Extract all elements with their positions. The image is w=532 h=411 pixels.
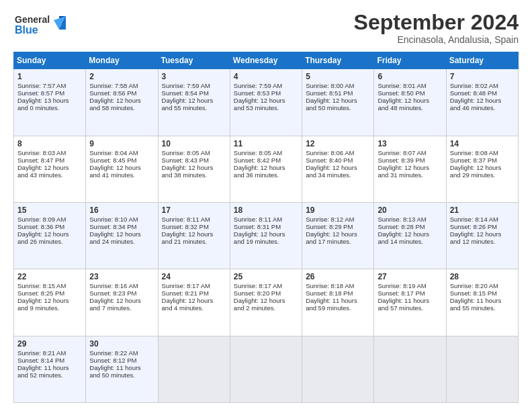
day-info: Sunrise: 8:21 AM <box>17 349 82 357</box>
day-info: Sunrise: 8:05 AM <box>234 149 298 156</box>
day-info: Sunrise: 8:22 AM <box>89 349 154 357</box>
table-row <box>302 336 374 402</box>
day-info: Sunset: 8:37 PM <box>450 156 515 164</box>
day-info: Daylight: 12 hours <box>378 97 442 104</box>
day-info: Daylight: 12 hours <box>306 97 370 104</box>
header-friday: Friday <box>374 52 446 69</box>
table-row: 19Sunrise: 8:12 AMSunset: 8:29 PMDayligh… <box>302 202 374 269</box>
day-number: 26 <box>306 272 370 281</box>
day-info: and 55 minutes. <box>450 304 515 312</box>
day-info: Sunset: 8:28 PM <box>378 223 442 230</box>
day-number: 16 <box>89 205 154 215</box>
calendar-week-row: 15Sunrise: 8:09 AMSunset: 8:36 PMDayligh… <box>14 202 519 269</box>
day-info: Daylight: 12 hours <box>162 230 226 238</box>
day-number: 8 <box>17 139 82 148</box>
header-thursday: Thursday <box>302 52 374 69</box>
day-info: Sunset: 8:40 PM <box>306 156 370 164</box>
day-info: Sunrise: 8:14 AM <box>450 216 515 223</box>
table-row: 6Sunrise: 8:01 AMSunset: 8:50 PMDaylight… <box>374 69 446 136</box>
day-info: and 31 minutes. <box>378 171 442 179</box>
day-info: and 46 minutes. <box>450 104 515 111</box>
day-info: Sunset: 8:23 PM <box>89 289 154 297</box>
table-row: 24Sunrise: 8:17 AMSunset: 8:21 PMDayligh… <box>158 269 230 336</box>
table-row: 17Sunrise: 8:11 AMSunset: 8:32 PMDayligh… <box>158 202 230 269</box>
day-number: 20 <box>378 205 442 215</box>
day-info: Daylight: 12 hours <box>89 230 154 238</box>
logo: General Blue <box>13 11 74 42</box>
day-info: Daylight: 12 hours <box>234 230 298 238</box>
day-info: Sunset: 8:21 PM <box>162 289 226 297</box>
calendar-week-row: 22Sunrise: 8:15 AMSunset: 8:25 PMDayligh… <box>14 269 519 336</box>
table-row: 15Sunrise: 8:09 AMSunset: 8:36 PMDayligh… <box>14 202 86 269</box>
day-info: Sunset: 8:32 PM <box>162 223 226 230</box>
svg-text:General: General <box>15 14 50 25</box>
header-monday: Monday <box>86 52 158 69</box>
day-info: Daylight: 13 hours <box>17 97 82 104</box>
day-info: Sunrise: 7:57 AM <box>17 82 82 89</box>
table-row: 28Sunrise: 8:20 AMSunset: 8:15 PMDayligh… <box>446 269 518 336</box>
day-info: Sunset: 8:56 PM <box>89 89 154 97</box>
day-number: 10 <box>162 139 226 148</box>
table-row: 30Sunrise: 8:22 AMSunset: 8:12 PMDayligh… <box>86 336 158 402</box>
day-info: Sunset: 8:17 PM <box>378 289 442 297</box>
day-number: 3 <box>162 72 226 81</box>
svg-text:Blue: Blue <box>15 24 38 36</box>
day-number: 9 <box>89 139 154 148</box>
day-number: 4 <box>234 72 298 81</box>
calendar-week-row: 1Sunrise: 7:57 AMSunset: 8:57 PMDaylight… <box>14 69 519 136</box>
day-info: Sunset: 8:45 PM <box>89 156 154 164</box>
day-info: Sunset: 8:51 PM <box>306 89 370 97</box>
day-info: Sunset: 8:29 PM <box>306 223 370 230</box>
day-info: Sunrise: 8:02 AM <box>450 82 515 89</box>
day-number: 24 <box>162 272 226 281</box>
day-info: Sunrise: 8:09 AM <box>17 216 82 223</box>
table-row: 29Sunrise: 8:21 AMSunset: 8:14 PMDayligh… <box>14 336 86 402</box>
day-number: 2 <box>89 72 154 81</box>
table-row: 26Sunrise: 8:18 AMSunset: 8:18 PMDayligh… <box>302 269 374 336</box>
day-info: Daylight: 12 hours <box>378 164 442 171</box>
day-number: 22 <box>17 272 82 281</box>
day-info: and 19 minutes. <box>234 238 298 245</box>
day-info: Sunrise: 8:11 AM <box>234 216 298 223</box>
day-info: and 12 minutes. <box>450 238 515 245</box>
header-saturday: Saturday <box>446 52 518 69</box>
day-info: and 53 minutes. <box>234 104 298 111</box>
day-info: Daylight: 11 hours <box>306 297 370 304</box>
day-info: and 17 minutes. <box>306 238 370 245</box>
day-info: Sunset: 8:14 PM <box>17 357 82 364</box>
title-block: September 2024 Encinasola, Andalusia, Sp… <box>354 11 519 45</box>
table-row: 23Sunrise: 8:16 AMSunset: 8:23 PMDayligh… <box>86 269 158 336</box>
day-info: Sunset: 8:12 PM <box>89 357 154 364</box>
table-row <box>230 336 302 402</box>
header-tuesday: Tuesday <box>158 52 230 69</box>
day-number: 12 <box>306 139 370 148</box>
calendar-week-row: 29Sunrise: 8:21 AMSunset: 8:14 PMDayligh… <box>14 336 519 402</box>
day-info: and 38 minutes. <box>162 171 226 179</box>
day-number: 1 <box>17 72 82 81</box>
day-number: 13 <box>378 139 442 148</box>
day-info: Sunrise: 8:19 AM <box>378 282 442 289</box>
day-info: Sunset: 8:57 PM <box>17 89 82 97</box>
day-info: Sunrise: 7:59 AM <box>234 82 298 89</box>
day-number: 6 <box>378 72 442 81</box>
day-info: Sunrise: 8:13 AM <box>378 216 442 223</box>
day-info: and 48 minutes. <box>378 104 442 111</box>
day-number: 25 <box>234 272 298 281</box>
header-sunday: Sunday <box>14 52 86 69</box>
day-info: and 34 minutes. <box>306 171 370 179</box>
table-row: 4Sunrise: 7:59 AMSunset: 8:53 PMDaylight… <box>230 69 302 136</box>
day-info: Daylight: 12 hours <box>89 97 154 104</box>
day-info: Daylight: 12 hours <box>306 230 370 238</box>
day-number: 19 <box>306 205 370 215</box>
day-info: Sunrise: 8:10 AM <box>89 216 154 223</box>
day-info: and 50 minutes. <box>306 104 370 111</box>
day-info: Daylight: 12 hours <box>162 164 226 171</box>
day-info: Daylight: 12 hours <box>234 164 298 171</box>
day-info: Sunset: 8:43 PM <box>162 156 226 164</box>
day-info: Sunset: 8:20 PM <box>234 289 298 297</box>
day-info: Daylight: 12 hours <box>17 230 82 238</box>
day-info: Daylight: 11 hours <box>89 364 154 371</box>
day-info: Daylight: 11 hours <box>450 297 515 304</box>
day-info: Sunrise: 7:59 AM <box>162 82 226 89</box>
month-title: September 2024 <box>354 11 519 34</box>
